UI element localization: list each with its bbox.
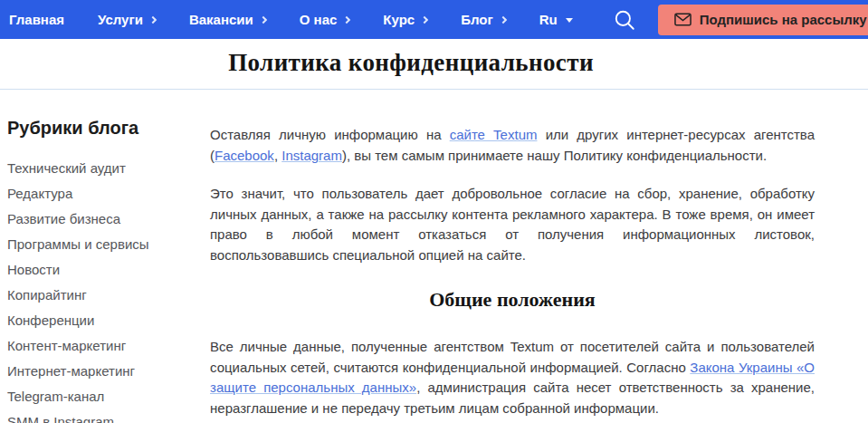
- nav-item-label: Блог: [461, 12, 493, 27]
- nav-item-label: Вакансии: [189, 12, 253, 27]
- nav-item-label: Главная: [9, 12, 64, 27]
- search-icon: [613, 8, 636, 32]
- chevron-right-icon: [421, 16, 428, 24]
- sidebar-item-conferences[interactable]: Конференции: [7, 313, 210, 328]
- sidebar-item-copywriting[interactable]: Копирайтинг: [7, 288, 210, 303]
- nav-item-home[interactable]: Главная: [9, 12, 64, 27]
- sidebar-item-business-development[interactable]: Развитие бизнеса: [7, 212, 210, 226]
- nav-item-about[interactable]: О нас: [300, 12, 350, 27]
- nav-item-vacancies[interactable]: Вакансии: [189, 12, 266, 27]
- sidebar-heading: Рубрики блога: [7, 118, 210, 139]
- page-title: Политика конфиденциальности: [7, 49, 815, 77]
- blog-categories-sidebar: Рубрики блога Технический аудит Редактур…: [7, 90, 210, 423]
- caret-down-icon: [566, 18, 573, 23]
- policy-paragraph-1: Оставляя личную информацию на сайте Text…: [210, 125, 815, 166]
- nav-item-course[interactable]: Курс: [383, 12, 427, 27]
- envelope-icon: [674, 13, 692, 26]
- policy-paragraph-2: Это значит, что пользователь дает добров…: [210, 184, 815, 265]
- sidebar-item-smm-instagram[interactable]: SMM в Instagram: [7, 415, 210, 423]
- sidebar-item-editing[interactable]: Редактура: [7, 187, 210, 201]
- subscribe-button[interactable]: Подпишись на рассылку: [658, 5, 868, 35]
- nav-item-label: О нас: [300, 12, 338, 27]
- nav-item-label: Услуги: [98, 12, 143, 27]
- inline-text-link[interactable]: Instagram: [281, 148, 342, 163]
- nav-item-blog[interactable]: Блог: [461, 12, 506, 27]
- search-button[interactable]: [613, 8, 636, 32]
- policy-content: Оставляя личную информацию на сайте Text…: [210, 90, 815, 423]
- subscribe-button-label: Подпишись на рассылку: [700, 12, 867, 27]
- inline-text-link[interactable]: сайте Textum: [450, 127, 538, 142]
- inline-text-link[interactable]: Facebook: [215, 148, 274, 163]
- policy-paragraph-3: Все личные данные, полученные агентством…: [210, 337, 815, 418]
- nav-item-services[interactable]: Услуги: [98, 12, 156, 27]
- chevron-right-icon: [343, 16, 350, 24]
- sidebar-item-news[interactable]: Новости: [7, 263, 210, 277]
- sidebar-item-telegram-channel[interactable]: Telegram-канал: [7, 389, 210, 404]
- top-nav: Главная Услуги Вакансии О нас Курс Блог …: [0, 0, 868, 39]
- chevron-right-icon: [260, 16, 267, 24]
- sidebar-item-internet-marketing[interactable]: Интернет-маркетинг: [7, 364, 210, 379]
- nav-item-label: Курс: [383, 12, 415, 27]
- sidebar-item-programs-services[interactable]: Программы и сервисы: [7, 237, 210, 252]
- sidebar-item-content-marketing[interactable]: Контент-маркетинг: [7, 339, 210, 353]
- sidebar-item-technical-audit[interactable]: Технический аудит: [7, 161, 210, 176]
- chevron-right-icon: [149, 16, 157, 24]
- inline-text-link[interactable]: Закона Украины «О защите персональных да…: [210, 360, 815, 396]
- language-label: Ru: [539, 12, 558, 27]
- language-switcher[interactable]: Ru: [539, 12, 573, 27]
- chevron-right-icon: [499, 16, 506, 24]
- sidebar-list: Технический аудит Редактура Развитие биз…: [7, 161, 210, 423]
- section-heading-general: Общие положения: [210, 288, 815, 312]
